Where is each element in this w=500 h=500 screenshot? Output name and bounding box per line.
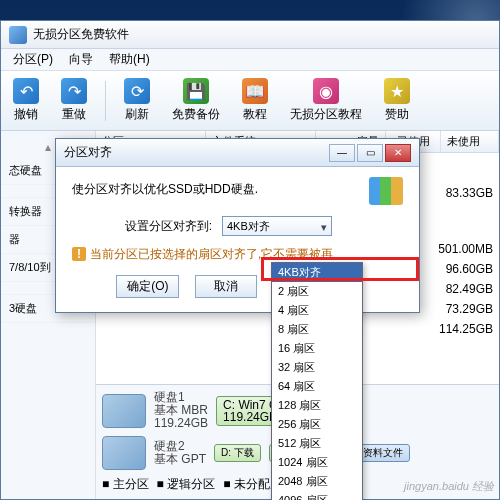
warning-icon: ! — [72, 247, 86, 261]
dialog-title: 分区对齐 — [64, 144, 327, 161]
align-dialog: 分区对齐 — ▭ ✕ 使分区对齐以优化SSD或HDD硬盘. 设置分区对齐到: 4… — [55, 138, 420, 313]
partition-graphic-icon — [369, 177, 403, 205]
maximize-button[interactable]: ▭ — [357, 144, 383, 162]
dialog-text: 使分区对齐以优化SSD或HDD硬盘. — [72, 181, 403, 198]
ok-button[interactable]: 确定(O) — [116, 275, 179, 298]
dropdown-item[interactable]: 16 扇区 — [272, 339, 362, 358]
menu-help[interactable]: 帮助(H) — [101, 49, 158, 70]
dialog-body: 使分区对齐以优化SSD或HDD硬盘. 设置分区对齐到: 4KB对齐 !当前分区已… — [56, 167, 419, 312]
dropdown-item[interactable]: 1024 扇区 — [272, 453, 362, 472]
redo-button[interactable]: ↷重做 — [57, 76, 91, 125]
titlebar: 无损分区免费软件 — [1, 21, 499, 49]
dropdown-item[interactable]: 4KB对齐 — [272, 263, 362, 282]
tutorial-icon: 📖 — [242, 78, 268, 104]
backup-icon: 💾 — [183, 78, 209, 104]
disk-icon — [102, 394, 146, 428]
app-title: 无损分区免费软件 — [33, 26, 129, 43]
lossless-icon: ◉ — [313, 78, 339, 104]
align-combo[interactable]: 4KB对齐 — [222, 216, 332, 236]
app-icon — [9, 26, 27, 44]
menubar: 分区(P) 向导 帮助(H) — [1, 49, 499, 71]
sponsor-icon: ★ — [384, 78, 410, 104]
dropdown-item[interactable]: 2 扇区 — [272, 282, 362, 301]
menu-partition[interactable]: 分区(P) — [5, 49, 61, 70]
close-button[interactable]: ✕ — [385, 144, 411, 162]
sponsor-button[interactable]: ★赞助 — [380, 76, 414, 125]
align-label: 设置分区对齐到: — [72, 218, 212, 235]
tutorial-button[interactable]: 📖教程 — [238, 76, 272, 125]
dropdown-item[interactable]: 256 扇区 — [272, 415, 362, 434]
lossless-button[interactable]: ◉无损分区教程 — [286, 76, 366, 125]
dropdown-item[interactable]: 64 扇区 — [272, 377, 362, 396]
dropdown-item[interactable]: 512 扇区 — [272, 434, 362, 453]
toolbar: ↶撤销 ↷重做 ⟳刷新 💾免费备份 📖教程 ◉无损分区教程 ★赞助 — [1, 71, 499, 131]
dropdown-item[interactable]: 8 扇区 — [272, 320, 362, 339]
warning-text: !当前分区已按选择的扇区对齐了,它不需要被再 — [72, 246, 403, 263]
undo-button[interactable]: ↶撤销 — [9, 76, 43, 125]
disk-info: 硬盘1 基本 MBR 119.24GB — [154, 391, 208, 430]
separator — [105, 81, 106, 121]
refresh-button[interactable]: ⟳刷新 — [120, 76, 154, 125]
dialog-titlebar[interactable]: 分区对齐 — ▭ ✕ — [56, 139, 419, 167]
undo-icon: ↶ — [13, 78, 39, 104]
dropdown-item[interactable]: 32 扇区 — [272, 358, 362, 377]
dropdown-item[interactable]: 4096 扇区 — [272, 491, 362, 500]
watermark: jingyan.baidu 经验 — [404, 479, 494, 494]
dropdown-item[interactable]: 128 扇区 — [272, 396, 362, 415]
disk-icon — [102, 436, 146, 470]
disk-info: 硬盘2 基本 GPT — [154, 440, 206, 466]
col-unused[interactable]: 未使用 — [441, 131, 499, 152]
refresh-icon: ⟳ — [124, 78, 150, 104]
partition-block[interactable]: D: 下载 — [214, 444, 261, 462]
menu-wizard[interactable]: 向导 — [61, 49, 101, 70]
cancel-button[interactable]: 取消 — [195, 275, 257, 298]
dropdown-item[interactable]: 4 扇区 — [272, 301, 362, 320]
minimize-button[interactable]: — — [329, 144, 355, 162]
redo-icon: ↷ — [61, 78, 87, 104]
backup-button[interactable]: 💾免费备份 — [168, 76, 224, 125]
align-dropdown[interactable]: 4KB对齐 2 扇区 4 扇区 8 扇区 16 扇区 32 扇区 64 扇区 1… — [271, 262, 363, 500]
dropdown-item[interactable]: 2048 扇区 — [272, 472, 362, 491]
